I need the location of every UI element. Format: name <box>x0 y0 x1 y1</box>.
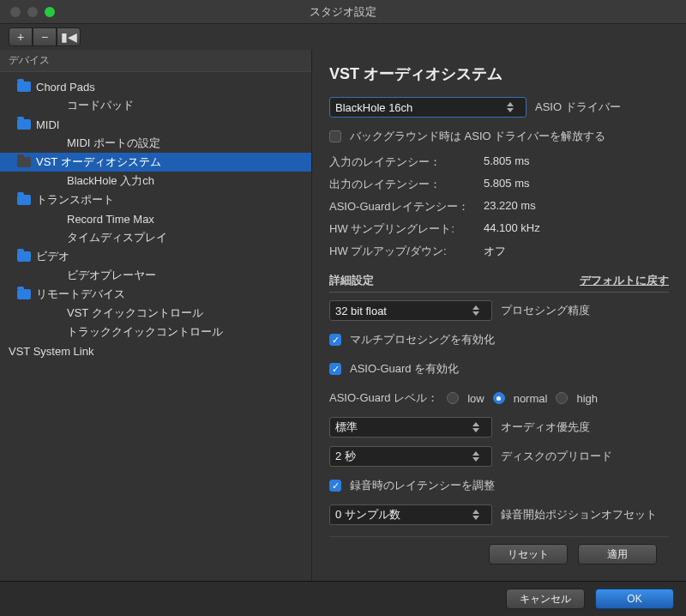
add-button[interactable]: + <box>9 27 33 46</box>
tree-item[interactable]: VST System Link <box>0 341 311 360</box>
multiproc-checkbox[interactable]: ✓ <box>329 334 341 346</box>
chevron-down-icon <box>472 428 479 432</box>
chevron-down-icon <box>472 311 479 316</box>
page-title: VST オーディオシステム <box>329 63 669 84</box>
input-latency-value: 5.805 ms <box>484 154 669 170</box>
chevron-up-icon <box>472 305 479 310</box>
tree-item[interactable]: Record Time Max <box>0 209 311 228</box>
release-bg-label: バックグラウンド時は ASIO ドライバーを解放する <box>350 129 605 144</box>
asio-driver-select[interactable]: BlackHole 16ch <box>329 97 527 118</box>
tree-item-label: タイムディスプレイ <box>67 230 167 245</box>
tree-item-label: MIDI ポートの設定 <box>67 136 160 151</box>
tree-item[interactable]: トラッククイックコントロール <box>0 323 311 341</box>
asio-guard-checkbox[interactable]: ✓ <box>329 363 341 375</box>
folder-icon <box>17 82 31 92</box>
tree-item[interactable]: コードパッド <box>0 96 311 115</box>
main-panel: VST オーディオシステム BlackHole 16ch ASIO ドライバー … <box>312 50 686 581</box>
remove-button[interactable]: − <box>33 27 57 46</box>
precision-select[interactable]: 32 bit float <box>329 300 492 321</box>
device-tree[interactable]: Chord PadsコードパッドMIDIMIDI ポートの設定VST オーディオ… <box>0 72 311 581</box>
preload-label: ディスクのプリロード <box>501 449 612 464</box>
guard-level-low-label: low <box>467 392 484 405</box>
preload-select[interactable]: 2 秒 <box>329 446 492 467</box>
tree-item[interactable]: タイムディスプレイ <box>0 228 311 247</box>
chevron-up-icon <box>472 451 479 456</box>
hw-samplerate-value: 44.100 kHz <box>484 221 669 237</box>
tree-item[interactable]: ビデオプレーヤー <box>0 266 311 285</box>
window-title: スタジオ設定 <box>0 4 686 20</box>
leaf-icon <box>48 270 62 281</box>
release-bg-checkbox[interactable] <box>329 130 341 142</box>
asio-driver-value: BlackHole 16ch <box>335 101 412 114</box>
preload-value: 2 秒 <box>335 449 356 464</box>
output-latency-value: 5.805 ms <box>484 177 669 192</box>
sidebar-header: デバイス <box>0 50 311 72</box>
tree-item-label: トラッククイックコントロール <box>67 324 223 340</box>
tree-item-label: リモートデバイス <box>36 287 125 302</box>
guard-level-normal-radio[interactable] <box>493 392 505 404</box>
guard-level-label: ASIO-Guard レベル： <box>329 390 438 406</box>
precision-label: プロセシング精度 <box>501 303 590 318</box>
folder-icon <box>17 157 31 167</box>
latency-stats: 入力のレイテンシー： 5.805 ms 出力のレイテンシー： 5.805 ms … <box>329 154 669 259</box>
tree-item[interactable]: Chord Pads <box>0 77 311 96</box>
tree-item[interactable]: VST オーディオシステム <box>0 153 311 172</box>
adjust-rec-label: 録音時のレイテンシーを調整 <box>350 478 495 493</box>
leaf-icon <box>48 308 62 318</box>
tree-item[interactable]: リモートデバイス <box>0 285 311 304</box>
tree-item-label: VST オーディオシステム <box>36 154 161 170</box>
ok-button[interactable]: OK <box>595 589 674 609</box>
tree-item-label: コードパッド <box>67 98 134 113</box>
tree-item-label: ビデオ <box>36 249 69 264</box>
priority-value: 標準 <box>335 420 358 435</box>
offset-label: 録音開始ポジションオフセット <box>501 507 657 522</box>
tree-item[interactable]: トランスポート <box>0 190 311 209</box>
asio-driver-label: ASIO ドライバー <box>535 100 621 115</box>
folder-icon <box>17 251 31 262</box>
tree-item[interactable]: VST クイックコントロール <box>0 304 311 323</box>
tree-item[interactable]: MIDI <box>0 115 311 134</box>
tree-item[interactable]: BlackHole 入力ch <box>0 172 311 190</box>
multiproc-label: マルチプロセシングを有効化 <box>350 332 495 347</box>
skip-back-icon: ▮◀ <box>61 30 77 44</box>
reset-all-button[interactable]: ▮◀ <box>57 27 81 46</box>
chevron-up-icon <box>472 510 479 514</box>
precision-value: 32 bit float <box>335 305 387 317</box>
offset-stepper[interactable]: 0 サンプル数 <box>329 504 492 525</box>
guard-level-high-radio[interactable] <box>556 392 568 404</box>
asio-guard-label: ASIO-Guard を有効化 <box>350 361 459 377</box>
chevron-down-icon <box>472 457 479 462</box>
adjust-rec-checkbox[interactable]: ✓ <box>329 480 341 492</box>
tree-item-label: Chord Pads <box>36 81 95 94</box>
leaf-icon <box>48 100 62 111</box>
hw-pull-value: オフ <box>484 244 669 259</box>
reset-defaults-link[interactable]: デフォルトに戻す <box>580 273 669 288</box>
tree-item[interactable]: ビデオ <box>0 247 311 266</box>
input-latency-label: 入力のレイテンシー： <box>329 154 484 170</box>
tree-item-label: トランスポート <box>36 192 114 208</box>
chevron-down-icon <box>507 108 514 112</box>
tree-item-label: VST クイックコントロール <box>67 305 203 321</box>
hw-samplerate-label: HW サンプリングレート: <box>329 221 484 237</box>
leaf-icon <box>48 327 62 337</box>
guard-latency-label: ASIO-Guardレイテンシー： <box>329 199 484 214</box>
folder-icon <box>17 195 31 205</box>
hw-pull-label: HW プルアップ/ダウン: <box>329 244 484 259</box>
folder-icon <box>17 119 31 130</box>
advanced-header: 詳細設定 <box>329 273 374 288</box>
priority-label: オーディオ優先度 <box>501 420 590 435</box>
chevron-up-icon <box>472 422 479 426</box>
chevron-up-icon <box>507 102 514 106</box>
cancel-button[interactable]: キャンセル <box>506 589 585 609</box>
chevron-down-icon <box>472 516 479 520</box>
folder-icon <box>17 289 31 299</box>
guard-level-low-radio[interactable] <box>447 392 459 404</box>
reset-button[interactable]: リセット <box>489 544 568 565</box>
guard-latency-value: 23.220 ms <box>484 199 669 214</box>
tree-item-label: ビデオプレーヤー <box>67 268 156 283</box>
priority-select[interactable]: 標準 <box>329 417 492 438</box>
apply-button[interactable]: 適用 <box>578 544 657 565</box>
tree-item-label: Record Time Max <box>67 213 154 226</box>
offset-value: 0 サンプル数 <box>335 507 400 522</box>
tree-item[interactable]: MIDI ポートの設定 <box>0 134 311 153</box>
